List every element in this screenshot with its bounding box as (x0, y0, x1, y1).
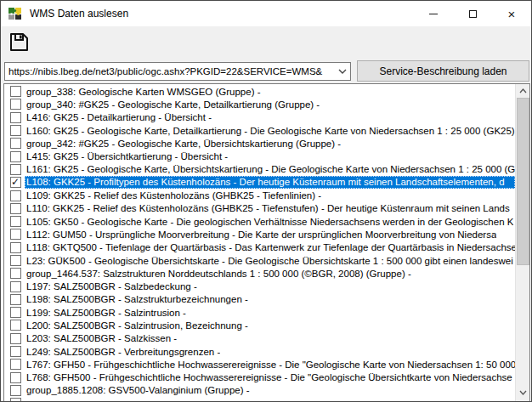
list-item[interactable]: L416: GK25 - Detailkartierung - Übersich… (4, 111, 515, 124)
title-bar: WMS Daten auslesen × (1, 1, 531, 26)
layer-checkbox[interactable] (10, 294, 21, 305)
vertical-scrollbar[interactable] (515, 84, 529, 402)
scroll-up-button[interactable] (516, 84, 530, 98)
load-service-description-button[interactable]: Service-Beschreibung laden (357, 60, 529, 82)
close-icon: × (508, 8, 516, 20)
list-item[interactable] (4, 397, 515, 402)
list-item[interactable]: L197: SALZ500BGR - Salzbedeckung - (4, 280, 515, 292)
layer-label: L109: GKK25 - Relief des Küstenholozäns … (26, 190, 321, 201)
layer-checkbox[interactable] (10, 125, 21, 136)
layer-checkbox[interactable] (10, 385, 21, 396)
layer-label: L249: SALZ500BGR - Verbreitungsgrenzen - (26, 347, 220, 357)
list-item[interactable]: L110: GKK25 - Relief des Küstenholozäns … (4, 202, 515, 215)
layer-label: group_342: #GK25 - Geologische Karte, Üb… (26, 139, 341, 149)
layer-label: L23: GÜK500 - Geologische Übersichtskart… (26, 256, 513, 266)
list-item[interactable]: L768: GFH500 - Frühgeschichtliche Hochwa… (4, 371, 515, 384)
layer-checkbox[interactable] (10, 372, 21, 383)
layer-label: L105: GK50 - Geologische Karte - Die geo… (26, 217, 513, 227)
layer-label: L415: GK25 - Übersichtkartierung - Übers… (26, 151, 228, 161)
chevron-up-icon (519, 88, 527, 93)
layer-list-box: group_338: Geologische Karten WMSGEO (Gr… (3, 83, 530, 402)
layer-label: L112: GUM50 - Ursprüngliche Moorverbreit… (26, 229, 496, 240)
layer-checkbox[interactable] (10, 151, 21, 162)
close-button[interactable]: × (492, 1, 531, 26)
toolbar (1, 26, 531, 57)
url-row: Service-Beschreibung laden (1, 57, 531, 83)
layer-checkbox[interactable] (10, 190, 21, 201)
minimize-button[interactable] (414, 1, 453, 26)
list-item[interactable]: L415: GK25 - Übersichtkartierung - Übers… (4, 150, 515, 162)
list-item[interactable]: L199: SALZ500BGR - Salzintrusion - (4, 306, 515, 319)
list-item[interactable]: L161: GK25 - Geologische Karte, Übersich… (4, 163, 515, 176)
list-item[interactable]: L767: GFH50 - Frühgeschichtliche Hochwas… (4, 358, 515, 371)
layer-label: L160: GK25 - Geologische Karte, Detailka… (26, 126, 515, 136)
layer-label: L161: GK25 - Geologische Karte, Übersich… (26, 164, 515, 174)
list-item[interactable]: L198: SALZ500BGR - Salzstrukturbezeichnu… (4, 293, 515, 306)
layer-checkbox[interactable] (10, 268, 21, 279)
list-item[interactable]: L118: GKTQ500 - Tiefenlage der Quartärba… (4, 241, 515, 254)
layer-list: group_338: Geologische Karten WMSGEO (Gr… (4, 85, 515, 402)
layer-label: group_1885.1208: GSV500-Valanginium (Gru… (26, 385, 250, 395)
maximize-icon (469, 10, 477, 18)
list-item[interactable]: L203: SALZ500BGR - Salzkissen - (4, 332, 515, 345)
layer-label: group_338: Geologische Karten WMSGEO (Gr… (26, 87, 261, 97)
layer-checkbox[interactable] (10, 333, 21, 344)
layer-checkbox[interactable] (10, 177, 21, 188)
list-item[interactable]: L105: GK50 - Geologische Karte - Die geo… (4, 215, 515, 228)
list-item[interactable]: L108: GKK25 - Profiltypen des Küstenholo… (4, 176, 515, 189)
layer-checkbox[interactable] (10, 203, 21, 214)
app-puzzle-icon (8, 7, 23, 20)
list-item[interactable]: group_340: #GK25 - Geologische Karte, De… (4, 98, 515, 110)
window-title: WMS Daten auslesen (30, 8, 128, 20)
layer-label: L768: GFH500 - Frühgeschichtliche Hochwa… (26, 372, 512, 382)
list-item[interactable]: L23: GÜK500 - Geologische Übersichtskart… (4, 254, 515, 267)
layer-checkbox[interactable] (10, 398, 21, 402)
caption-buttons: × (414, 1, 531, 26)
layer-label: L203: SALZ500BGR - Salzkissen - (26, 333, 177, 343)
layer-label: L108: GKK25 - Profiltypen des Küstenholo… (25, 176, 515, 189)
list-item[interactable]: L200: SALZ500BGR - Salzintrusion, Bezeic… (4, 319, 515, 331)
layer-checkbox[interactable] (10, 242, 21, 253)
layer-checkbox[interactable] (10, 138, 21, 149)
layer-checkbox[interactable] (10, 164, 21, 175)
wms-dialog-window: { "window": { "title": "WMS Daten ausles… (0, 0, 532, 402)
list-item[interactable]: L249: SALZ500BGR - Verbreitungsgrenzen - (4, 345, 515, 358)
list-item[interactable]: group_1464.537: Salzstrukturen Norddeuts… (4, 267, 515, 280)
layer-checkbox[interactable] (10, 216, 21, 227)
layer-label: L767: GFH50 - Frühgeschichtliche Hochwas… (26, 360, 515, 370)
list-item[interactable]: L160: GK25 - Geologische Karte, Detailka… (4, 124, 515, 137)
layer-label: L199: SALZ500BGR - Salzintrusion - (26, 308, 186, 318)
floppy-disk-icon (8, 31, 30, 53)
service-url-input[interactable] (5, 63, 335, 80)
layer-label: L118: GKTQ500 - Tiefenlage der Quartärba… (26, 242, 515, 252)
minimize-icon (429, 14, 438, 14)
list-item[interactable]: L109: GKK25 - Relief des Küstenholozäns … (4, 189, 515, 201)
layer-checkbox[interactable] (10, 359, 21, 370)
layer-checkbox[interactable] (10, 307, 21, 318)
scroll-down-button[interactable] (516, 386, 530, 399)
layer-checkbox[interactable] (10, 320, 21, 331)
chevron-down-icon[interactable] (335, 63, 350, 80)
maximize-button[interactable] (453, 1, 492, 26)
layer-label: L198: SALZ500BGR - Salzstrukturbezeichnu… (26, 294, 248, 304)
list-item[interactable]: L112: GUM50 - Ursprüngliche Moorverbreit… (4, 228, 515, 241)
layer-label: group_1464.537: Salzstrukturen Norddeuts… (26, 269, 411, 279)
chevron-down-icon (519, 390, 527, 395)
layer-label: L197: SALZ500BGR - Salzbedeckung - (26, 281, 197, 292)
list-item[interactable]: group_338: Geologische Karten WMSGEO (Gr… (4, 85, 515, 98)
layer-checkbox[interactable] (10, 99, 21, 110)
layer-checkbox[interactable] (10, 112, 21, 123)
list-item[interactable]: group_1885.1208: GSV500-Valanginium (Gru… (4, 384, 515, 397)
layer-checkbox[interactable] (10, 281, 21, 292)
scrollbar-thumb[interactable] (517, 98, 529, 265)
layer-checkbox[interactable] (10, 229, 21, 240)
layer-label: L416: GK25 - Detailkartierung - Übersich… (26, 112, 212, 122)
layer-label: L200: SALZ500BGR - Salzintrusion, Bezeic… (26, 320, 248, 331)
layer-checkbox[interactable] (10, 255, 21, 266)
save-button[interactable] (7, 30, 31, 54)
layer-checkbox[interactable] (10, 346, 21, 357)
layer-label: group_340: #GK25 - Geologische Karte, De… (26, 99, 320, 110)
list-item[interactable]: group_342: #GK25 - Geologische Karte, Üb… (4, 137, 515, 150)
layer-checkbox[interactable] (10, 86, 21, 97)
service-url-combobox (4, 62, 351, 81)
